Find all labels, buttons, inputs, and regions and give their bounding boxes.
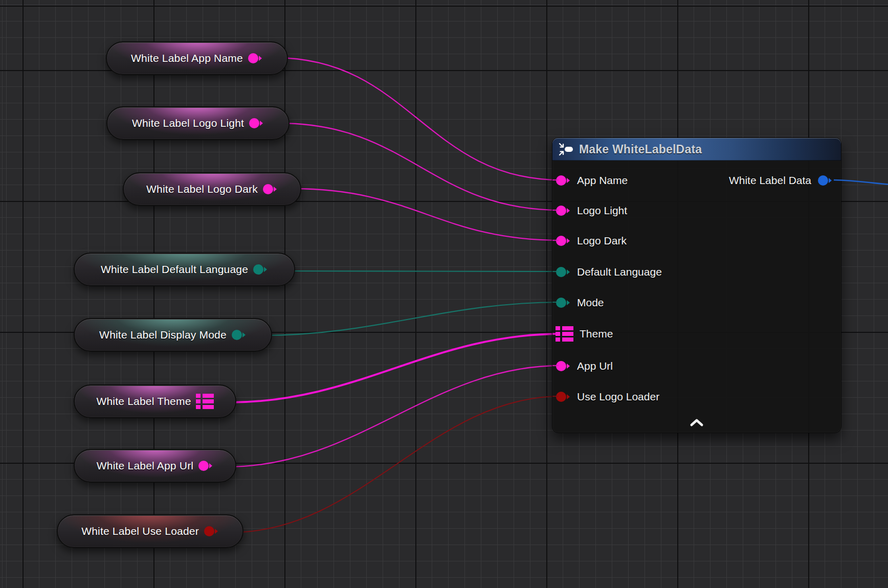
struct-grid-pin-icon[interactable] — [196, 393, 214, 410]
string-output-pin-icon[interactable] — [198, 460, 213, 472]
pin-label: White Label Data — [729, 174, 811, 187]
wire-app-url[interactable] — [227, 366, 561, 467]
var-node-white-label-app-url[interactable]: White Label App Url — [74, 449, 236, 483]
pin-label: Default Language — [577, 266, 662, 278]
wire-logo-light[interactable] — [279, 123, 561, 210]
make-node-header[interactable]: Make WhiteLabelData — [552, 138, 841, 161]
var-node-label: White Label Use Loader — [81, 525, 199, 537]
var-node-label: White Label Logo Dark — [146, 183, 258, 195]
wire-theme[interactable] — [229, 334, 561, 402]
var-node-label: White Label Default Language — [101, 263, 248, 276]
collapse-node-button[interactable] — [689, 417, 705, 427]
input-pin-row-use-logo-loader: Use Logo Loader — [556, 389, 659, 404]
input-pin-row-logo-light: Logo Light — [556, 203, 627, 218]
input-pin-row-app-name: App Name — [556, 173, 628, 188]
wire-use-loader[interactable] — [232, 396, 561, 532]
struct-grid-pin-icon[interactable] — [556, 326, 573, 342]
string-input-pin-icon[interactable] — [556, 360, 571, 372]
pin-label: Logo Light — [577, 205, 627, 217]
output-pin-row-white-label-data: White Label Data — [729, 173, 833, 188]
var-node-white-label-default-language[interactable]: White Label Default Language — [74, 253, 295, 286]
pin-label: App Name — [577, 174, 628, 187]
wire-app-name[interactable] — [275, 58, 561, 180]
var-node-label: White Label Theme — [96, 395, 191, 408]
var-node-white-label-logo-dark[interactable]: White Label Logo Dark — [123, 172, 301, 206]
pin-label: Use Logo Loader — [577, 391, 659, 403]
make-struct-icon — [559, 142, 574, 156]
input-pin-row-mode: Mode — [556, 295, 604, 310]
string-output-pin-icon[interactable] — [262, 183, 278, 195]
wire-default-language[interactable] — [284, 271, 561, 272]
bool-input-pin-icon[interactable] — [556, 391, 571, 403]
var-node-white-label-logo-light[interactable]: White Label Logo Light — [106, 106, 290, 140]
var-node-white-label-display-mode[interactable]: White Label Display Mode — [74, 318, 272, 352]
string-input-pin-icon[interactable] — [556, 205, 571, 217]
struct-output-pin-icon[interactable] — [817, 174, 833, 187]
enum-output-pin-icon[interactable] — [253, 263, 268, 276]
var-node-label: White Label Logo Light — [132, 117, 244, 129]
var-node-label: White Label App Url — [97, 460, 193, 472]
string-input-pin-icon[interactable] — [556, 174, 571, 187]
pin-label: App Url — [577, 360, 613, 372]
string-output-pin-icon[interactable] — [249, 117, 264, 129]
enum-output-pin-icon[interactable] — [231, 329, 247, 341]
var-node-white-label-app-name[interactable]: White Label App Name — [106, 41, 288, 75]
pin-label: Logo Dark — [577, 235, 627, 247]
enum-input-pin-icon[interactable] — [556, 266, 571, 278]
input-pin-row-logo-dark: Logo Dark — [556, 233, 627, 248]
chevron-up-icon — [689, 418, 705, 427]
pin-label: Theme — [580, 328, 613, 340]
blueprint-graph-canvas[interactable]: White Label App Name White Label Logo Li… — [0, 0, 888, 588]
bool-output-pin-icon[interactable] — [204, 525, 219, 537]
make-whitelabeldata-node[interactable]: Make WhiteLabelData App Name Logo Light … — [552, 138, 841, 433]
wire-display-mode[interactable] — [262, 302, 561, 335]
enum-input-pin-icon[interactable] — [556, 297, 571, 309]
input-pin-row-app-url: App Url — [556, 358, 613, 374]
wire-logo-dark[interactable] — [294, 189, 561, 240]
string-input-pin-icon[interactable] — [556, 235, 571, 247]
input-pin-row-theme: Theme — [556, 326, 613, 342]
var-node-white-label-use-loader[interactable]: White Label Use Loader — [57, 514, 243, 548]
pin-label: Mode — [577, 297, 604, 309]
string-output-pin-icon[interactable] — [248, 52, 263, 64]
var-node-label: White Label App Name — [131, 52, 243, 64]
input-pin-row-default-language: Default Language — [556, 264, 662, 280]
make-node-title: Make WhiteLabelData — [579, 143, 702, 156]
var-node-white-label-theme[interactable]: White Label Theme — [74, 385, 236, 418]
var-node-label: White Label Display Mode — [99, 329, 227, 341]
